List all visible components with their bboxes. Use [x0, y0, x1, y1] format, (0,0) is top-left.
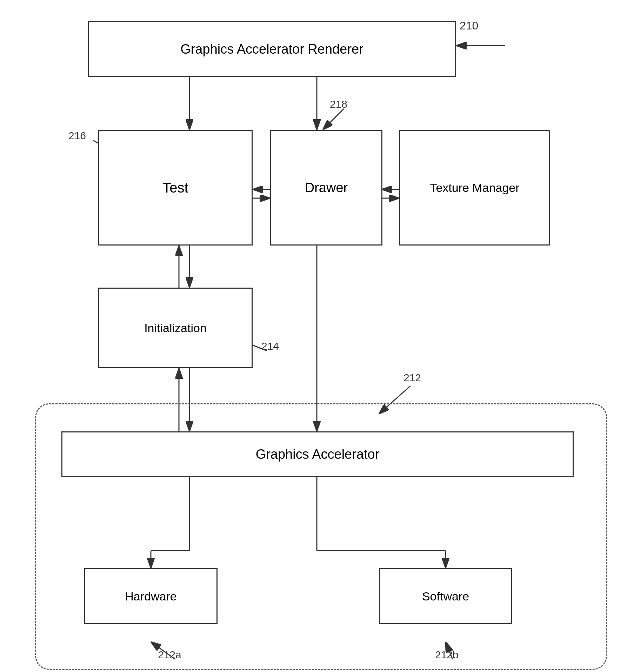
- diagram: Graphics Accelerator Renderer 210 Test D…: [0, 0, 634, 672]
- test-box: Test: [98, 130, 253, 246]
- initialization-box: Initialization: [98, 288, 253, 368]
- label-212: 212: [403, 372, 421, 384]
- initialization-label: Initialization: [144, 321, 207, 335]
- label-218: 218: [330, 98, 347, 110]
- label-210: 210: [460, 19, 478, 32]
- renderer-box: Graphics Accelerator Renderer: [88, 21, 456, 77]
- test-label: Test: [162, 180, 188, 196]
- drawer-label: Drawer: [305, 180, 348, 195]
- texture-manager-label: Texture Manager: [430, 181, 519, 195]
- renderer-label: Graphics Accelerator Renderer: [180, 42, 363, 57]
- hardware-label: Hardware: [125, 590, 176, 603]
- label-216: 216: [68, 130, 86, 142]
- label-212a: 212a: [158, 649, 181, 661]
- graphics-accelerator-label: Graphics Accelerator: [256, 447, 380, 462]
- hardware-box: Hardware: [84, 568, 218, 624]
- graphics-accelerator-box: Graphics Accelerator: [61, 431, 574, 477]
- drawer-box: Drawer: [270, 130, 382, 246]
- texture-manager-box: Texture Manager: [399, 130, 550, 246]
- software-label: Software: [422, 590, 469, 603]
- svg-line-6: [323, 109, 344, 130]
- label-212b: 212b: [435, 649, 459, 661]
- label-214: 214: [261, 340, 279, 352]
- software-box: Software: [379, 568, 512, 624]
